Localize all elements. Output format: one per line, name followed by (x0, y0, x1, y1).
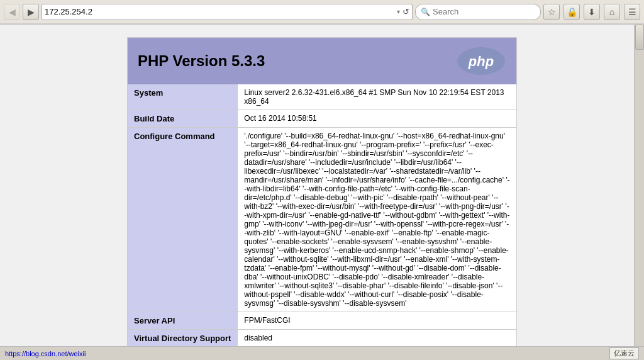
table-row: Build DateOct 16 2014 10:58:51 (128, 110, 516, 128)
browser-toolbar: ◀ ▶ ▾ ↺ 🔍 ☆ 🔒 ⬇ ⌂ (0, 0, 644, 24)
search-input[interactable] (433, 7, 521, 16)
status-badge: 亿速云 (609, 347, 639, 359)
status-right: 亿速云 (609, 347, 639, 359)
row-value: Oct 16 2014 10:58:51 (238, 110, 516, 128)
forward-icon: ▶ (28, 7, 35, 17)
download-icon: ⬇ (588, 7, 596, 17)
status-url: https://blog.csdn.net/weixii (5, 350, 86, 357)
table-row: SystemLinux server2 2.6.32-431.el6.x86_6… (128, 84, 516, 110)
lock-button[interactable]: 🔒 (564, 4, 580, 20)
row-value: disabled (238, 330, 516, 347)
status-bar: https://blog.csdn.net/weixii 亿速云 (0, 346, 644, 360)
bookmark-star-icon: ☆ (548, 7, 556, 17)
table-row: Configure Command'./configure' '--build=… (128, 128, 516, 312)
table-row: Virtual Directory Supportdisabled (128, 330, 516, 347)
menu-button[interactable]: ☰ (624, 4, 640, 20)
address-bar[interactable]: ▾ ↺ (42, 4, 413, 20)
bookmark-star-button[interactable]: ☆ (543, 4, 560, 20)
search-icon: 🔍 (421, 8, 430, 16)
reload-icon[interactable]: ↺ (402, 7, 409, 16)
page-content: PHP Version 5.3.3 php SystemLinux server… (0, 25, 644, 360)
row-label: Server API (128, 312, 238, 330)
back-icon: ◀ (9, 7, 16, 17)
scrollbar-thumb[interactable] (635, 25, 644, 50)
download-button[interactable]: ⬇ (584, 4, 600, 20)
home-button[interactable]: ⌂ (604, 4, 620, 20)
scrollbar-track[interactable] (634, 24, 644, 360)
table-row: Server APIFPM/FastCGI (128, 312, 516, 330)
row-label: System (128, 84, 238, 110)
row-label: Configure Command (128, 128, 238, 312)
browser-chrome: ◀ ▶ ▾ ↺ 🔍 ☆ 🔒 ⬇ ⌂ (0, 0, 644, 25)
row-value: Linux server2 2.6.32-431.el6.x86_64 #1 S… (238, 84, 516, 110)
row-label: Build Date (128, 110, 238, 128)
php-info-table: SystemLinux server2 2.6.32-431.el6.x86_6… (128, 84, 516, 347)
row-value: FPM/FastCGI (238, 312, 516, 330)
toolbar-icons: ☆ 🔒 ⬇ ⌂ ☰ (543, 4, 640, 20)
menu-icon: ☰ (628, 7, 636, 17)
row-label: Virtual Directory Support (128, 330, 238, 347)
php-header: PHP Version 5.3.3 php (128, 38, 516, 84)
search-bar[interactable]: 🔍 (415, 4, 541, 20)
php-logo: php (456, 45, 506, 77)
lock-icon: 🔒 (567, 7, 577, 17)
svg-text:php: php (468, 53, 494, 69)
address-dropdown-icon[interactable]: ▾ (397, 8, 400, 15)
forward-button[interactable]: ▶ (23, 4, 39, 20)
home-icon: ⌂ (609, 7, 614, 17)
back-button[interactable]: ◀ (4, 4, 20, 20)
php-info-container: PHP Version 5.3.3 php SystemLinux server… (127, 37, 517, 348)
php-version-title: PHP Version 5.3.3 (138, 52, 265, 70)
row-value: './configure' '--build=x86_64-redhat-lin… (238, 128, 516, 312)
address-input[interactable] (45, 7, 397, 16)
